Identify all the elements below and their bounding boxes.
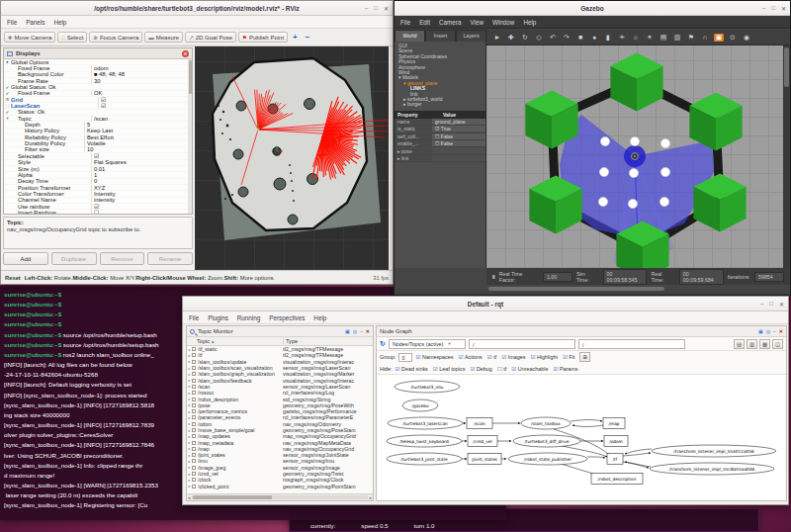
topic-checkbox[interactable]: [192, 478, 196, 482]
gazebo-tool-icon[interactable]: ✚: [506, 34, 516, 42]
topic-table-columns[interactable]: Topic ▴ Type: [187, 337, 373, 346]
gazebo-tool-icon[interactable]: ▣: [714, 34, 724, 42]
property-row[interactable]: name ground_plane: [395, 119, 485, 126]
topic-row[interactable]: ▸ /slam_toolbox/graph_visualization visu…: [187, 371, 373, 377]
topic-checkbox[interactable]: [192, 353, 196, 357]
tab-insert[interactable]: Insert: [425, 30, 456, 42]
topic-row[interactable]: ▸ /map nav_msgs/msg/OccupancyGrid: [187, 446, 373, 452]
gazebo-tool-icon[interactable]: ◇: [534, 34, 544, 42]
display-property-row[interactable]: Invert Rainbow ☐: [4, 210, 188, 214]
hide-option-checkbox[interactable]: ☑ Dead sinks: [396, 366, 428, 372]
topic-checkbox[interactable]: [192, 366, 196, 370]
topic-checkbox[interactable]: [192, 360, 196, 364]
property-value[interactable]: 0: [91, 178, 188, 184]
gazebo-tool-icon[interactable]: ☼: [631, 34, 641, 41]
gazebo-titlebar[interactable]: Gazebo – □ ✕: [395, 1, 790, 16]
gazebo-tool-icon[interactable]: ✶: [645, 34, 655, 42]
minimize-icon[interactable]: –: [762, 5, 765, 11]
property-row[interactable]: ▸ pose: [395, 147, 485, 154]
scroll-right-icon[interactable]: ▸: [370, 495, 372, 500]
property-value[interactable]: ☑: [91, 153, 188, 159]
topic-checkbox[interactable]: [192, 472, 196, 476]
gazebo-horizontal-scrollbar[interactable]: [486, 285, 790, 292]
save-image-button[interactable]: ▦: [759, 339, 770, 349]
topic-checkbox[interactable]: [192, 459, 196, 463]
topic-row[interactable]: ▸ /performance_metrics gazebo_msgs/msg/P…: [187, 408, 373, 414]
topic-checkbox[interactable]: [192, 379, 196, 383]
maximize-icon[interactable]: □: [769, 301, 773, 307]
property-value[interactable]: ☑: [98, 103, 188, 109]
hide-option-checkbox[interactable]: ☑ Params: [553, 366, 577, 372]
gazebo-vertical-scrollbar[interactable]: [783, 45, 790, 268]
gazebo-tool-icon[interactable]: ■: [575, 34, 585, 41]
scroll-left-icon[interactable]: ◂: [188, 495, 190, 500]
graph-option-checkbox[interactable]: ☑ Images: [501, 354, 525, 360]
gazebo-tool-icon[interactable]: ⊙: [728, 34, 738, 42]
menu-item[interactable]: Running: [237, 314, 260, 321]
property-value[interactable]: Keep Last: [84, 128, 188, 133]
menu-item[interactable]: Window: [492, 19, 514, 26]
property-value[interactable]: odom: [91, 65, 188, 71]
dock-settings-icon[interactable]: ▣: [345, 328, 350, 334]
pause-icon[interactable]: ‖: [492, 274, 495, 280]
topic-row[interactable]: ▸ /pose geometry_msgs/msg/PoseWith: [187, 402, 373, 408]
property-value[interactable]: intensity: [91, 197, 188, 203]
property-row[interactable]: self_coll... ☐ False: [395, 133, 485, 140]
topic-checkbox[interactable]: [192, 447, 196, 451]
gazebo-tool-icon[interactable]: ●: [589, 34, 599, 41]
node-graph-header[interactable]: Node Graph ▣ ◎ – ✕: [377, 326, 786, 337]
refresh-icon[interactable]: ↻: [380, 340, 386, 348]
menu-item[interactable]: View: [470, 19, 483, 26]
menu-item[interactable]: File: [400, 19, 410, 26]
displays-panel-header[interactable]: Displays ✕: [4, 48, 192, 59]
graph-option-checkbox[interactable]: ☑ Namespaces: [415, 354, 453, 360]
property-value[interactable]: 30: [91, 78, 188, 84]
gazebo-tool-icon[interactable]: ▮: [603, 34, 613, 42]
topic-checkbox[interactable]: [192, 466, 196, 470]
add-tool-button[interactable]: +: [290, 33, 301, 42]
property-value[interactable]: Best Effort: [84, 134, 188, 140]
dock-close-icon[interactable]: ✕: [779, 328, 783, 334]
topic-row[interactable]: ▸ /slam_toolbox/feedback visualization_m…: [187, 377, 373, 383]
topic-row[interactable]: ▸ /cmd_vel geometry_msgs/msg/Twist: [187, 471, 373, 477]
topic-checkbox[interactable]: [192, 409, 196, 413]
tool-button[interactable]: ✚ Move Camera: [4, 32, 55, 43]
property-value[interactable]: XYZ: [91, 185, 188, 191]
topic-row[interactable]: ▸ /scan sensor_msgs/msg/LaserScan: [187, 384, 373, 390]
topic-table-scrollbar[interactable]: ◂ ▸: [187, 493, 373, 500]
property-value[interactable]: Volatile: [84, 140, 188, 146]
open-button[interactable]: ◫: [772, 339, 783, 349]
topic-checkbox[interactable]: [192, 428, 196, 432]
tool-button[interactable]: ↗ 2D Goal Pose: [185, 32, 236, 43]
gazebo-tool-icon[interactable]: ◉: [742, 34, 751, 42]
rviz-titlebar[interactable]: /opt/ros/humble/share/turtlebot3_descrip…: [1, 1, 393, 16]
topic-checkbox[interactable]: [192, 434, 196, 438]
menu-item[interactable]: Help: [53, 19, 66, 26]
property-value[interactable]: 10: [84, 146, 188, 152]
tree-item[interactable]: ▸ burger: [398, 102, 485, 107]
gazebo-tool-icon[interactable]: ↻: [520, 34, 530, 42]
displays-scrollbar[interactable]: [188, 59, 192, 214]
topic-checkbox[interactable]: [192, 391, 196, 395]
dock-minimize-icon[interactable]: –: [773, 328, 776, 334]
group-spinner[interactable]: 0: [398, 353, 412, 362]
topic-monitor-header[interactable]: Topic Monitor ▣ ◎ – ✕: [187, 326, 373, 337]
menu-item[interactable]: Help: [313, 314, 326, 321]
filter-input-2[interactable]: /: [578, 339, 685, 349]
reset-button[interactable]: Reset: [5, 275, 21, 281]
property-value[interactable]: OK: [91, 90, 188, 96]
menu-item[interactable]: File: [189, 314, 199, 321]
property-value[interactable]: Flat Squares: [91, 159, 188, 165]
property-value[interactable]: ☑: [91, 204, 188, 210]
topic-row[interactable]: ▸ /rosout rcl_interfaces/msg/Log: [187, 390, 373, 396]
topic-checkbox[interactable]: [192, 422, 196, 426]
property-value[interactable]: ☑: [98, 97, 188, 103]
property-value[interactable]: ■ 48; 48; 48: [91, 71, 188, 77]
topic-checkbox[interactable]: [192, 372, 196, 376]
tool-button[interactable]: ⊕ Focus Camera: [89, 32, 142, 43]
topic-row[interactable]: ▸ /slam_toolbox/update visualization_msg…: [187, 359, 373, 365]
menu-item[interactable]: Plugins: [208, 314, 228, 321]
gazebo-tool-icon[interactable]: ▤: [659, 34, 668, 42]
gazebo-tool-icon[interactable]: ▥: [672, 34, 682, 42]
tab-layers[interactable]: Layers: [456, 30, 486, 42]
